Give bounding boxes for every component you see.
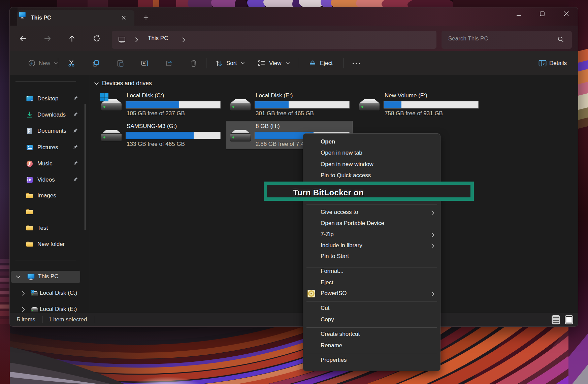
svg-text:A: A (143, 61, 145, 65)
